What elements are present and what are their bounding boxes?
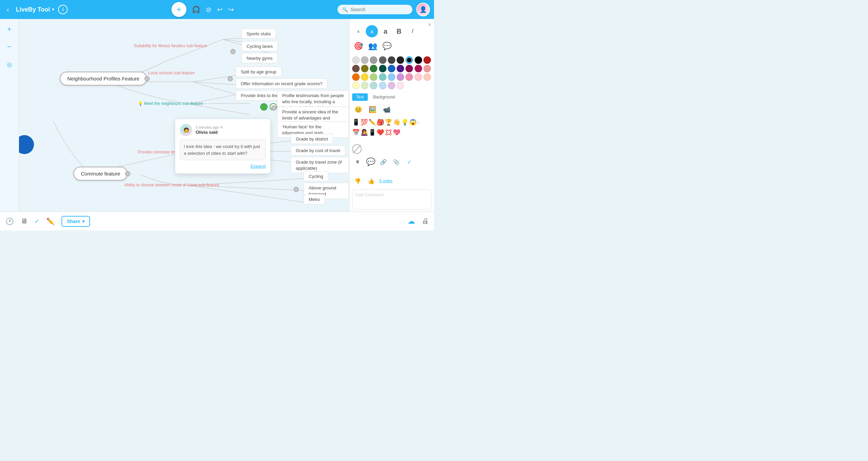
collapse-commute[interactable]: − bbox=[125, 171, 130, 177]
comment-input[interactable]: Add Comment bbox=[352, 189, 431, 209]
color-swatch[interactable] bbox=[352, 82, 360, 89]
text-tab[interactable]: Text bbox=[352, 93, 368, 101]
add-button[interactable]: + bbox=[171, 2, 186, 17]
cancel-icon[interactable]: ⊘ bbox=[206, 5, 212, 14]
fitness-collapse[interactable]: − bbox=[230, 49, 236, 54]
emoji-pencil[interactable]: ✏️ bbox=[368, 118, 376, 126]
smiley-icon-btn[interactable]: 😊 bbox=[352, 104, 364, 116]
color-swatch[interactable] bbox=[388, 65, 395, 72]
image-icon-btn[interactable]: 🖼️ bbox=[366, 104, 379, 116]
downvote-button[interactable]: 👎 bbox=[352, 176, 363, 186]
bold-button[interactable]: B bbox=[393, 25, 405, 37]
commute-feature-node[interactable]: Commute feature − bbox=[73, 167, 128, 181]
text-small-button[interactable]: a bbox=[352, 25, 364, 37]
emoji-more[interactable]: › bbox=[417, 119, 419, 125]
connect-icon-btn[interactable]: 👥 bbox=[366, 40, 379, 52]
bubble-icon-btn[interactable]: 💬 bbox=[381, 40, 393, 52]
cloud-button[interactable]: ☁ bbox=[408, 217, 415, 226]
undo-button[interactable]: ↩ bbox=[217, 5, 223, 14]
emoji-heart[interactable]: ❤️ bbox=[377, 129, 384, 136]
emoji-sparkle-heart[interactable]: 💖 bbox=[393, 129, 400, 136]
collapse-neighbourhood[interactable]: − bbox=[144, 76, 150, 81]
color-swatch[interactable] bbox=[352, 56, 360, 64]
color-swatch[interactable] bbox=[370, 73, 377, 81]
info-button[interactable]: i bbox=[58, 5, 68, 14]
comment-action-icon[interactable]: 💬 bbox=[365, 156, 376, 167]
cycling-node[interactable]: Cycling bbox=[304, 171, 328, 181]
center-button[interactable]: ◎ bbox=[3, 58, 16, 71]
grade-district-node[interactable]: Grade by district bbox=[291, 134, 333, 144]
italic-button[interactable]: I bbox=[406, 25, 419, 37]
color-swatch[interactable] bbox=[397, 56, 404, 64]
person-icon-btn[interactable]: 🎯 bbox=[352, 40, 364, 52]
emoji-angry[interactable]: 💢 bbox=[385, 129, 392, 136]
color-swatch[interactable] bbox=[415, 73, 422, 81]
color-swatch[interactable] bbox=[415, 56, 422, 64]
neighbours-collapse[interactable]: − bbox=[271, 105, 276, 111]
video-icon-btn[interactable]: 📹 bbox=[381, 104, 393, 116]
history-button[interactable]: 🕐 bbox=[5, 217, 14, 225]
text-large-button[interactable]: a bbox=[379, 25, 392, 37]
color-swatch[interactable] bbox=[361, 82, 368, 89]
panel-close-button[interactable]: × bbox=[428, 22, 431, 28]
emoji-trophy[interactable]: 🏆 bbox=[385, 118, 392, 126]
color-swatch[interactable] bbox=[397, 65, 404, 72]
toggle-filled[interactable] bbox=[260, 103, 268, 111]
color-swatch[interactable] bbox=[379, 65, 386, 72]
grade-cost-node[interactable]: Grade by cost of travel bbox=[291, 145, 345, 155]
sports-clubs-node[interactable]: Sports clubs bbox=[241, 29, 276, 39]
color-swatch[interactable] bbox=[361, 73, 368, 81]
search-box[interactable]: 🔍 bbox=[338, 5, 412, 14]
color-swatch[interactable] bbox=[370, 82, 377, 89]
color-swatch[interactable] bbox=[352, 73, 360, 81]
attach-icon[interactable]: 📎 bbox=[391, 156, 402, 167]
print-button[interactable]: 🖨 bbox=[422, 217, 429, 226]
zoom-out-button[interactable]: − bbox=[3, 41, 16, 53]
color-swatch[interactable] bbox=[405, 73, 413, 81]
color-swatch[interactable] bbox=[423, 65, 431, 72]
metro-node[interactable]: Metro bbox=[304, 194, 325, 204]
color-swatch[interactable] bbox=[379, 82, 386, 89]
emoji-bulb[interactable]: 💡 bbox=[401, 118, 409, 126]
split-age-node[interactable]: Split by age group bbox=[236, 67, 282, 77]
emoji-shock[interactable]: 😱 bbox=[409, 118, 417, 126]
color-swatch[interactable] bbox=[379, 56, 386, 64]
neighbourhood-profiles-node[interactable]: Neighbourhood Profiles Feature − bbox=[60, 72, 147, 86]
emoji-phone[interactable]: 📱 bbox=[352, 118, 360, 126]
schools-collapse[interactable]: − bbox=[228, 76, 233, 81]
color-swatch[interactable] bbox=[423, 56, 431, 64]
cycling-lanes-node[interactable]: Cycling lanes bbox=[241, 41, 278, 51]
emoji-backpack[interactable]: 🎒 bbox=[377, 118, 384, 126]
color-swatch[interactable] bbox=[415, 65, 422, 72]
color-swatch[interactable] bbox=[361, 65, 368, 72]
color-swatch[interactable] bbox=[352, 65, 360, 72]
color-swatch[interactable] bbox=[423, 73, 431, 81]
color-swatch-selected[interactable] bbox=[405, 56, 413, 64]
share-button[interactable]: Share ▾ bbox=[61, 216, 90, 227]
search-input[interactable] bbox=[350, 7, 408, 12]
title-dropdown[interactable]: ▾ bbox=[52, 7, 54, 12]
tool-button[interactable]: ✏️ bbox=[46, 217, 55, 225]
color-swatch[interactable] bbox=[388, 82, 395, 89]
list-icon[interactable]: ≡ bbox=[352, 156, 363, 167]
zoom-in-button[interactable]: + bbox=[3, 23, 16, 35]
color-swatch[interactable] bbox=[405, 65, 413, 72]
grade-zone-node[interactable]: Grade by travel zone (if applicable) bbox=[291, 157, 349, 173]
color-swatch[interactable] bbox=[379, 73, 386, 81]
no-style-icon[interactable] bbox=[352, 144, 362, 154]
emoji-100[interactable]: 💯 bbox=[360, 118, 368, 126]
emoji-hand[interactable]: 👋 bbox=[393, 118, 400, 126]
text-medium-button[interactable]: a bbox=[366, 25, 378, 37]
color-swatch[interactable] bbox=[388, 56, 395, 64]
color-swatch[interactable] bbox=[361, 56, 368, 64]
color-swatch[interactable] bbox=[397, 82, 404, 89]
emoji-calendar[interactable]: 📅 bbox=[352, 129, 360, 136]
monitor-button[interactable]: 🖥 bbox=[21, 217, 28, 225]
emoji-phone2[interactable]: 📱 bbox=[368, 129, 376, 136]
background-tab[interactable]: Background bbox=[369, 93, 399, 101]
grade-scores-node[interactable]: Offer information on recent grade scores… bbox=[236, 78, 327, 89]
headphones-icon[interactable]: 🎧 bbox=[192, 5, 200, 14]
link-icon[interactable]: 🔗 bbox=[378, 156, 389, 167]
color-swatch[interactable] bbox=[388, 73, 395, 81]
back-button[interactable]: ‹ bbox=[4, 4, 12, 15]
